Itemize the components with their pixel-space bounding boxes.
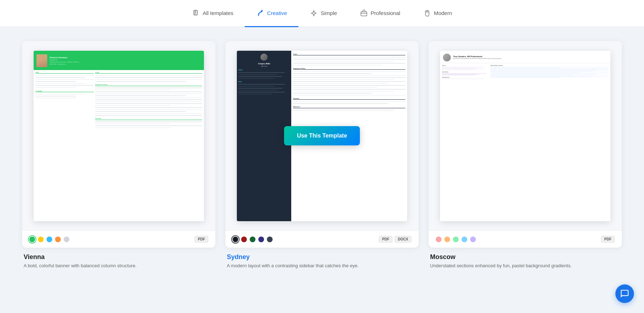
sydney-dot-black[interactable] [233,237,238,242]
sydney-formats: PDF DOCX [379,236,411,243]
template-gallery: Patricia Giordano Receptionist 3620 Elts… [0,27,644,284]
sydney-dot-green[interactable] [250,237,255,242]
moscow-color-dots [436,237,476,242]
nav-all-templates[interactable]: All templates [181,0,245,27]
moscow-name: Moscow [430,253,620,261]
nav-bar: All templates Creative Simple Profe [0,0,644,27]
moscow-info: Moscow Understated sections enhanced by … [429,248,622,269]
vienna-color-dots [29,237,69,242]
sydney-docx-badge: DOCX [395,236,411,243]
nav-simple-label: Simple [321,10,337,16]
sydney-dot-dark[interactable] [267,237,273,242]
vienna-dot-yellow[interactable] [38,237,44,242]
nav-modern-label: Modern [434,10,452,16]
svg-point-2 [261,11,262,12]
vienna-footer: PDF [22,230,215,248]
svg-rect-3 [361,11,367,16]
sydney-info: Sydney A modern layout with a contrastin… [225,248,419,269]
moscow-preview[interactable]: Tony Sanders, HR Professional Experience… [429,41,622,230]
moscow-desc: Understated sections enhanced by fun, pa… [430,262,620,269]
sydney-name: Sydney [227,253,417,261]
hand-icon [423,9,431,17]
sydney-dot-indigo[interactable] [258,237,264,242]
chat-support-button[interactable] [615,284,634,303]
nav-modern[interactable]: Modern [412,0,464,27]
moscow-dot-blue[interactable] [462,237,467,242]
nav-creative[interactable]: Creative [245,0,298,27]
horse-icon [256,9,264,17]
moscow-formats: PDF [601,236,615,243]
sparkle-icon [310,9,318,17]
vienna-preview[interactable]: Patricia Giordano Receptionist 3620 Elts… [22,41,215,230]
nav-simple[interactable]: Simple [298,0,348,27]
moscow-pdf-badge: PDF [601,236,615,243]
moscow-card: Tony Sanders, HR Professional Experience… [429,41,622,248]
vienna-dot-gray[interactable] [64,237,69,242]
vienna-card: Patricia Giordano Receptionist 3620 Elts… [22,41,215,248]
vienna-pdf-badge: PDF [195,236,208,243]
sydney-use-template-btn[interactable]: Use This Template [284,126,360,145]
nav-all-label: All templates [203,10,234,16]
moscow-dot-pink[interactable] [436,237,441,242]
vienna-dot-orange[interactable] [55,237,61,242]
nav-professional[interactable]: Professional [348,0,412,27]
moscow-dot-green[interactable] [453,237,459,242]
vienna-info: Vienna A bold, colorful banner with bala… [22,248,215,269]
vienna-formats: PDF [195,236,208,243]
nav-creative-label: Creative [267,10,287,16]
file-icon [192,9,200,17]
sydney-card: Gregory Walls CARPENTER Details Skills [225,41,419,248]
vienna-name: Vienna [24,253,214,261]
moscow-footer: PDF [429,230,622,248]
sydney-preview[interactable]: Gregory Walls CARPENTER Details Skills [225,41,419,230]
vienna-dot-blue[interactable] [47,237,52,242]
briefcase-icon [360,9,368,17]
nav-professional-label: Professional [371,10,400,16]
sydney-dot-red[interactable] [241,237,247,242]
moscow-dot-purple[interactable] [470,237,476,242]
sydney-pdf-badge: PDF [379,236,392,243]
vienna-dot-green[interactable] [29,237,35,242]
moscow-dot-peach[interactable] [444,237,450,242]
sydney-color-dots [233,237,273,242]
sydney-footer: PDF DOCX [225,230,419,248]
vienna-desc: A bold, colorful banner with balanced co… [24,262,214,269]
sydney-desc: A modern layout with a contrasting sideb… [227,262,417,269]
